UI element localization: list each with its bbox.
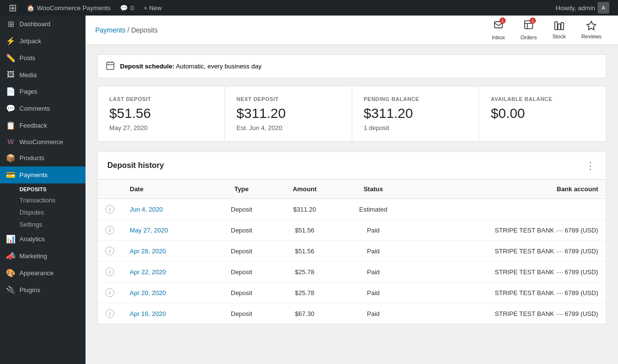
admin-bar: ⊞ 🏠 WooCommerce Payments 💬 0 + New Howdy… [0,0,618,16]
schedule-text: Deposit schedule: Automatic, every busin… [120,63,261,70]
row-status: Paid [337,303,409,324]
col-icon [98,180,122,199]
sidebar-item-marketing[interactable]: 📣 Marketing [0,248,86,265]
sidebar-item-dashboard[interactable]: ⊞ Dashboard [0,16,86,33]
row-type: Deposit [211,220,272,241]
svg-rect-2 [558,24,561,30]
sidebar-item-pages[interactable]: 📄 Pages [0,83,86,100]
comments-sidebar-icon: 💬 [6,104,16,113]
reviews-label: Reviews [581,33,601,39]
site-name: WooCommerce Payments [37,4,110,12]
inbox-icon: 1 [493,19,504,33]
row-bank: STRIPE TEST BANK ···· 6789 (USD) [410,262,606,282]
sidebar: ⊞ Dashboard ⚡ Jetpack ✏️ Posts 🖼 Media 📄… [0,16,86,364]
sidebar-deposits-label[interactable]: Deposits [0,183,86,194]
analytics-icon: 📊 [6,234,16,244]
svg-marker-4 [587,21,596,30]
row-amount: $25.78 [272,282,337,303]
orders-button[interactable]: 1 Orders [514,17,544,43]
col-date: Date [122,180,211,199]
row-bank: STRIPE TEST BANK ···· 6789 (USD) [410,220,606,241]
last-deposit-value: $51.56 [109,106,213,121]
date-link[interactable]: Apr 20, 2020 [130,289,166,297]
plugins-icon: 🔌 [6,285,16,295]
row-amount: $311.20 [272,199,337,220]
next-deposit-sub: Est. Jun 4, 2020 [237,124,340,132]
sidebar-label-analytics: Analytics [19,235,45,243]
history-table: Date Type Amount Status Bank account i J… [98,180,606,324]
payments-icon: 💳 [6,170,16,180]
row-type: Deposit [211,303,272,324]
sidebar-item-analytics[interactable]: 📊 Analytics [0,231,86,248]
comments-count: 0 [130,4,134,12]
sidebar-item-media[interactable]: 🖼 Media [0,66,86,83]
history-card: Deposit history ⋮ Date Type Amount Statu… [97,151,606,324]
comments-button[interactable]: 💬 0 [115,0,138,16]
appearance-icon: 🎨 [6,268,16,278]
breadcrumb-parent-link[interactable]: Payments [95,26,125,34]
howdy-button[interactable]: Howdy, admin A [551,0,614,16]
row-info-icon[interactable]: i [98,303,122,324]
row-amount: $25.78 [272,262,337,282]
pending-balance-label: PENDING BALANCE [364,96,467,102]
schedule-label: Deposit schedule: [120,63,174,70]
sidebar-item-feedback[interactable]: 📋 Feedback [0,117,86,134]
stock-button[interactable]: Stock [546,17,573,42]
sidebar-item-payments[interactable]: 💳 Payments [0,166,86,183]
sidebar-item-woocommerce[interactable]: W WooCommerce [0,134,86,149]
howdy-text: Howdy, admin [556,4,595,12]
sidebar-sub-disputes[interactable]: Disputes [0,206,86,218]
house-icon: 🏠 [27,4,34,12]
inbox-button[interactable]: 1 Inbox [485,17,512,43]
breadcrumb-separator: / [127,26,131,34]
date-link[interactable]: Jun 4, 2020 [130,206,163,213]
site-name-button[interactable]: 🏠 WooCommerce Payments [22,0,115,16]
new-content-button[interactable]: + New [139,0,167,16]
table-row: i Jun 4, 2020 Deposit $311.20 Estimated [98,199,606,220]
row-date: Apr 22, 2020 [122,262,211,282]
orders-badge: 1 [530,17,536,24]
date-link[interactable]: Apr 28, 2020 [130,248,166,255]
more-options-button[interactable]: ⋮ [585,160,596,171]
row-info-icon[interactable]: i [98,241,122,262]
feedback-icon: 📋 [6,121,16,130]
wp-logo-icon: ⊞ [9,2,17,14]
inbox-label: Inbox [492,34,505,40]
row-info-icon[interactable]: i [98,220,122,241]
row-status: Paid [337,282,409,303]
sidebar-sub-settings[interactable]: Settings [0,218,86,231]
last-deposit-label: LAST DEPOSIT [109,96,213,102]
row-info-icon[interactable]: i [98,199,122,220]
row-type: Deposit [211,282,272,303]
date-link[interactable]: Apr 16, 2020 [130,310,166,317]
sidebar-sub-transactions[interactable]: Transactions [0,194,86,206]
sidebar-item-jetpack[interactable]: ⚡ Jetpack [0,33,86,50]
orders-icon: 1 [523,19,534,33]
sidebar-item-products[interactable]: 📦 Products [0,149,86,166]
date-link[interactable]: May 27, 2020 [130,227,168,234]
row-info-icon[interactable]: i [98,262,122,282]
sidebar-item-posts[interactable]: ✏️ Posts [0,50,86,66]
reviews-icon [586,20,597,32]
page-content: Deposit schedule: Automatic, every busin… [86,45,618,334]
pages-icon: 📄 [6,87,16,96]
row-type: Deposit [211,199,272,220]
svg-rect-5 [107,62,114,69]
sidebar-item-comments[interactable]: 💬 Comments [0,100,86,117]
col-type: Type [211,180,272,199]
reviews-button[interactable]: Reviews [574,17,608,42]
wp-logo-button[interactable]: ⊞ [4,0,22,16]
date-link[interactable]: Apr 22, 2020 [130,268,166,276]
sidebar-label-posts: Posts [19,54,35,62]
breadcrumb: Payments / Deposits [95,26,157,34]
row-date: Apr 16, 2020 [122,303,211,324]
sidebar-item-appearance[interactable]: 🎨 Appearance [0,265,86,281]
sidebar-item-plugins[interactable]: 🔌 Plugins [0,281,86,298]
row-info-icon[interactable]: i [98,282,122,303]
table-row: i Apr 20, 2020 Deposit $25.78 Paid STRIP… [98,282,606,303]
deposit-schedule-bar: Deposit schedule: Automatic, every busin… [97,54,606,78]
table-row: i Apr 16, 2020 Deposit $67.30 Paid STRIP… [98,303,606,324]
row-date: Apr 20, 2020 [122,282,211,303]
stat-card-available-balance: AVAILABLE BALANCE $0.00 [479,86,606,141]
row-bank: STRIPE TEST BANK ···· 6789 (USD) [410,303,606,324]
